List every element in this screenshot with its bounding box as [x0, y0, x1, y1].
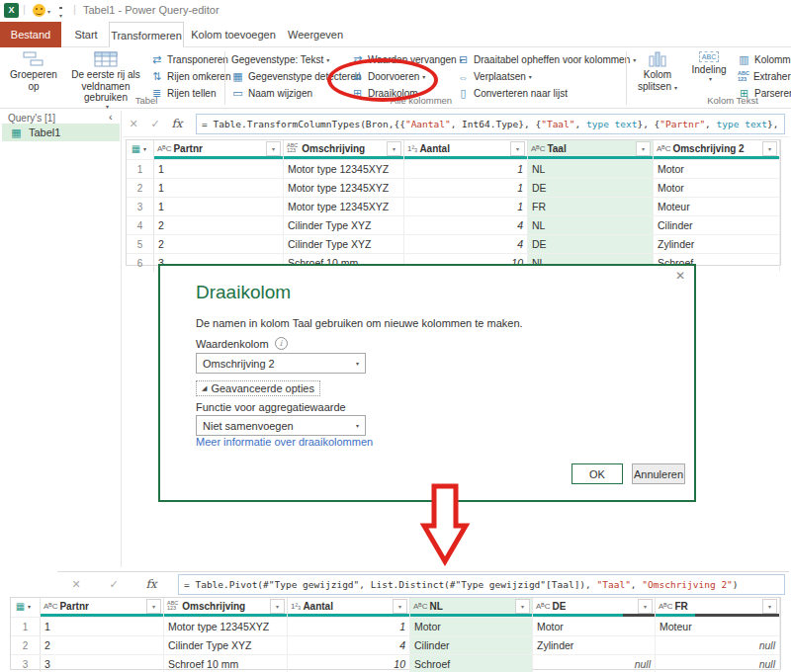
- ok-button[interactable]: OK: [571, 463, 623, 484]
- info-icon[interactable]: i: [275, 337, 288, 350]
- aggregate-function-selected: Niet samenvoegen: [203, 420, 294, 432]
- reverse-rows-button[interactable]: ⇅Rijen omkeren: [150, 68, 230, 85]
- format-button[interactable]: ABC Indeling ▾: [685, 51, 733, 82]
- formula-input-1[interactable]: = Table.TransformColumnTypes(Bron,{{"Aan…: [196, 114, 785, 134]
- merge-columns-button[interactable]: ▥Kolommen samenvoegen: [738, 51, 791, 68]
- filter-dropdown-icon[interactable]: ▾: [638, 599, 653, 614]
- cancel-button[interactable]: Annuleren: [632, 463, 685, 484]
- query-item-tabel1[interactable]: ▦Tabel1: [2, 124, 120, 141]
- fx-icon: fx: [166, 117, 188, 130]
- panel-collapse-icon[interactable]: ‹: [109, 111, 113, 123]
- table1-header-omschrijving2[interactable]: AᴮCOmschrijving 2▾: [654, 140, 780, 159]
- advanced-options-toggle[interactable]: ◢Geavanceerde opties: [196, 380, 320, 396]
- table2-header-nl[interactable]: AᴮCNL▾: [410, 598, 533, 617]
- text-type-icon: AᴮC: [413, 602, 427, 611]
- group-by-label: Groeperen op: [6, 69, 61, 92]
- table1-header-aantal[interactable]: 1²₃Aantal▾: [404, 140, 528, 159]
- tab-transformeren[interactable]: Transformeren: [109, 22, 184, 47]
- table-row: 52Cilinder Type XYZ4DEZylinder: [127, 234, 780, 253]
- extract-button[interactable]: ABC123Extraheren▾: [738, 68, 791, 85]
- filter-dropdown-icon[interactable]: ▾: [146, 599, 161, 614]
- group-divider: [224, 51, 225, 105]
- unpivot-columns-label: Draaitabel opheffen voor kolommen: [474, 54, 630, 65]
- table2-header-omschrijving[interactable]: ABC123Omschrijving▾: [164, 598, 288, 617]
- value-column-select[interactable]: Omschrijving 2▾: [196, 353, 366, 374]
- table2-header-partnr[interactable]: AᴮCPartnr▾: [41, 598, 164, 617]
- queries-panel-header: Query's [1]: [8, 113, 55, 124]
- formula-input-2[interactable]: = Table.Pivot(#"Type gewijzigd", List.Di…: [178, 574, 785, 595]
- table1-header-partnr[interactable]: AᴮCPartnr▾: [154, 140, 284, 159]
- filter-dropdown-icon[interactable]: ▾: [636, 141, 651, 156]
- merge-columns-icon: ▥: [738, 53, 750, 66]
- formula-cancel-icon[interactable]: ✕: [123, 118, 144, 130]
- dropdown-caret-icon: ▾: [143, 145, 146, 152]
- table1-corner-menu[interactable]: ▦▾: [127, 140, 154, 159]
- tab-weergeven[interactable]: Weergeven: [283, 22, 348, 47]
- text-type-icon: AᴮC: [157, 144, 171, 153]
- unpivot-columns-icon: ⊟: [457, 53, 470, 66]
- table1-header-taal[interactable]: AᴮCTaal▾: [528, 140, 654, 159]
- rename-button[interactable]: ▭Naam wijzigen: [231, 85, 312, 102]
- expanded-triangle-icon: ◢: [202, 384, 207, 392]
- format-abc-icon: ABC: [699, 51, 719, 62]
- filter-dropdown-icon[interactable]: ▾: [270, 599, 285, 614]
- dropdown-caret-icon: ▾: [326, 56, 329, 63]
- filter-dropdown-icon[interactable]: ▾: [387, 141, 401, 156]
- table2-header-aantal[interactable]: 1²₃Aantal▾: [288, 598, 410, 617]
- group-by-button[interactable]: Groeperen op: [6, 51, 61, 92]
- formula-check-icon[interactable]: ✓: [144, 118, 166, 130]
- transpose-button[interactable]: ⇄Transponeren: [150, 51, 228, 68]
- learn-more-link[interactable]: Meer informatie over draaikolommen: [196, 436, 373, 448]
- tab-bestand[interactable]: Bestand: [0, 22, 61, 47]
- rename-label: Naam wijzigen: [248, 88, 312, 99]
- formula-cancel-icon[interactable]: ✕: [57, 578, 95, 591]
- annotation-circle: [327, 58, 438, 102]
- table-row: 31Motor type 12345XYZ1FRMoteur: [127, 197, 780, 215]
- number-type-icon: 1²₃: [407, 144, 417, 153]
- convert-to-list-label: Converteren naar lijst: [474, 88, 568, 99]
- table-icon: ▦: [14, 601, 27, 612]
- split-column-button[interactable]: Kolom splitsen▾: [633, 51, 682, 92]
- dropdown-caret-icon: ▾: [356, 422, 359, 429]
- table1-header-row: ▦▾ AᴮCPartnr▾ ABC123Omschrijving▾ 1²₃Aan…: [127, 140, 780, 159]
- any-type-icon: ABC123: [287, 143, 298, 154]
- data-table-1: ▦▾ AᴮCPartnr▾ ABC123Omschrijving▾ 1²₃Aan…: [126, 139, 781, 266]
- column-quality-bar: [656, 614, 779, 617]
- annotation-arrow: [415, 480, 475, 569]
- filter-dropdown-icon[interactable]: ▾: [762, 141, 777, 156]
- quick-access-toolbar-icon[interactable]: ▾: [59, 7, 62, 19]
- detect-data-type-icon: ▦: [231, 70, 244, 83]
- tab-start[interactable]: Start: [65, 22, 107, 47]
- filter-dropdown-icon[interactable]: ▾: [762, 599, 777, 614]
- tab-kolom-toevoegen[interactable]: Kolom toevoegen: [188, 22, 279, 47]
- data-type-label: Gegevenstype: Tekst: [231, 54, 323, 65]
- smiley-feedback-icon[interactable]: [33, 4, 45, 17]
- pivot-column-dialog: ✕ Draaikolom De namen in kolom Taal gebr…: [158, 264, 696, 502]
- aggregate-function-select[interactable]: Niet samenvoegen▾: [196, 415, 366, 436]
- table2-header-fr[interactable]: AᴮCFR▾: [656, 598, 780, 617]
- filter-dropdown-icon[interactable]: ▾: [393, 599, 407, 614]
- table2-header-de[interactable]: AᴮCDE▾: [533, 598, 656, 617]
- close-icon[interactable]: ✕: [675, 269, 685, 283]
- dropdown-caret-icon: ▾: [674, 85, 677, 91]
- formula-check-icon[interactable]: ✓: [95, 578, 132, 591]
- excel-logo-icon: X: [4, 3, 19, 18]
- table-row: 22Cilinder Type XYZ4CilinderZylindernull: [11, 635, 780, 654]
- unpivot-columns-button[interactable]: ⊟Draaitabel opheffen voor kolommen▾: [457, 51, 636, 68]
- filter-dropdown-icon[interactable]: ▾: [515, 599, 530, 614]
- table2-corner-menu[interactable]: ▦▾: [11, 598, 41, 617]
- convert-to-list-button[interactable]: ▯Converteren naar lijst: [457, 85, 568, 102]
- data-type-button[interactable]: Gegevenstype: Tekst▾: [231, 51, 329, 68]
- filter-dropdown-icon[interactable]: ▾: [510, 141, 525, 156]
- smiley-dropdown-caret[interactable]: ▾: [47, 8, 50, 15]
- move-button[interactable]: ⇔Verplaatsen▾: [457, 68, 532, 85]
- table2-header-row: ▦▾ AᴮCPartnr▾ ABC123Omschrijving▾ 1²₃Aan…: [11, 598, 780, 617]
- table-icon: ▦: [130, 143, 142, 154]
- filter-dropdown-icon[interactable]: ▾: [266, 141, 281, 156]
- advanced-options-label: Geavanceerde opties: [211, 382, 314, 394]
- group-divider: [626, 51, 627, 105]
- group-by-icon: [23, 51, 44, 67]
- text-type-icon: AᴮC: [44, 602, 57, 611]
- column-quality-bar: [533, 614, 655, 617]
- table1-header-omschrijving[interactable]: ABC123Omschrijving▾: [284, 140, 404, 159]
